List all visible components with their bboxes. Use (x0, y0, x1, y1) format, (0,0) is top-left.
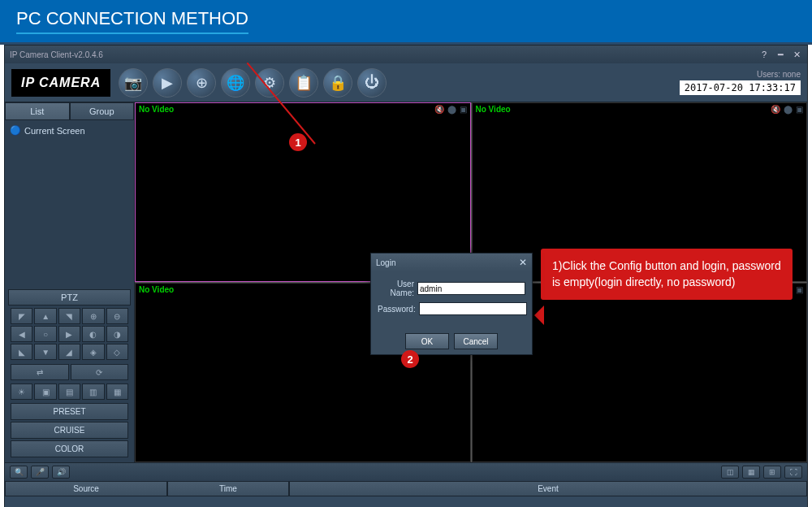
ptz-center-icon[interactable]: ○ (34, 326, 56, 342)
ptz-zoom-in-icon[interactable]: ⊕ (82, 308, 104, 324)
pane-label: No Video (476, 105, 511, 114)
sidebar: List Group 🔵 Current Screen PTZ ◤ ▲ ◥ ⊕ … (5, 102, 135, 462)
minimize-icon[interactable]: ━ (775, 49, 786, 60)
pane-label: No Video (139, 105, 174, 114)
ptz-zoom-out-icon[interactable]: ⊖ (106, 308, 128, 324)
lock-icon[interactable]: 🔒 (323, 68, 352, 98)
ptz-aux4-icon[interactable]: ▦ (106, 384, 128, 400)
ptz-aux2-icon[interactable]: ▤ (58, 384, 80, 400)
speaker-icon[interactable]: 🔊 (52, 466, 70, 479)
ptz-title: PTZ (8, 289, 131, 306)
tab-list[interactable]: List (5, 102, 70, 120)
password-label: Password: (378, 305, 416, 314)
ptz-sync-icon[interactable]: ⟳ (71, 364, 129, 380)
titlebar: IP Camera Client-v2.0.4.6 ? ━ ✕ (5, 46, 807, 63)
ptz-down-icon[interactable]: ▼ (34, 344, 56, 360)
play-icon[interactable]: ▶ (153, 68, 182, 98)
ptz-right-icon[interactable]: ▶ (58, 326, 80, 342)
fullscreen-icon[interactable]: ⛶ (784, 466, 802, 479)
users-label: Users: none (680, 70, 801, 79)
pane-label: No Video (139, 285, 174, 294)
ptz-up-icon[interactable]: ▲ (34, 308, 56, 324)
rec-icon[interactable]: ⬤ (784, 105, 793, 114)
marker-1: 1 (289, 133, 307, 151)
mute-icon[interactable]: 🔇 (771, 105, 780, 114)
ptz-swap-icon[interactable]: ⇄ (11, 364, 69, 380)
record-icon[interactable]: ⊕ (187, 68, 216, 98)
close-icon[interactable]: ✕ (791, 49, 802, 60)
ptz-aux3-icon[interactable]: ▥ (82, 384, 104, 400)
ptz-up-left-icon[interactable]: ◤ (11, 308, 32, 324)
power-icon[interactable]: ⏻ (357, 68, 387, 98)
layout2-icon[interactable]: ▦ (742, 466, 760, 479)
callout-text: 1)Click the Config button and login, pas… (552, 259, 781, 288)
col-source: Source (5, 481, 167, 496)
layout1-icon[interactable]: ◫ (721, 466, 739, 479)
bottom-panel: 🔍 🎤 🔊 ◫ ▦ ⊞ ⛶ Source Time Event (5, 462, 807, 507)
color-button[interactable]: COLOR (11, 440, 128, 457)
app-window: IP Camera Client-v2.0.4.6 ? ━ ✕ IP CAMER… (4, 45, 808, 507)
doc-banner: PC CONNECTION METHOD (0, 0, 812, 45)
username-label: User Name: (378, 280, 414, 297)
window-title: IP Camera Client-v2.0.4.6 (10, 50, 103, 59)
ptz-focus-in-icon[interactable]: ◐ (82, 326, 104, 342)
ptz-aux1-icon[interactable]: ▣ (34, 384, 56, 400)
dialog-title: Login (376, 258, 395, 267)
main-toolbar: 📷 ▶ ⊕ 🌐 ⚙ 📋 🔒 ⏻ (119, 68, 387, 98)
instruction-callout: 1)Click the Config button and login, pas… (541, 249, 793, 300)
mic-icon[interactable]: 🎤 (31, 466, 49, 479)
ptz-iris-out-icon[interactable]: ◇ (106, 344, 128, 360)
header: IP CAMERA 📷 ▶ ⊕ 🌐 ⚙ 📋 🔒 ⏻ Users: none 20… (5, 63, 807, 102)
logo: IP CAMERA (11, 69, 110, 97)
ptz-left-icon[interactable]: ◀ (11, 326, 32, 342)
search-icon[interactable]: 🔍 (10, 466, 28, 479)
mute-icon[interactable]: 🔇 (434, 105, 444, 114)
cruise-button[interactable]: CRUISE (11, 422, 128, 439)
username-input[interactable] (417, 282, 525, 295)
password-input[interactable] (419, 302, 527, 315)
preset-button[interactable]: PRESET (11, 403, 128, 420)
timestamp: 2017-07-20 17:33:17 (680, 80, 801, 95)
layout3-icon[interactable]: ⊞ (763, 466, 781, 479)
banner-title: PC CONNECTION METHOD (16, 8, 248, 34)
ptz-down-left-icon[interactable]: ◣ (11, 344, 32, 360)
ptz-iris-in-icon[interactable]: ◈ (82, 344, 104, 360)
ptz-focus-out-icon[interactable]: ◑ (106, 326, 128, 342)
log-icon[interactable]: 📋 (289, 68, 318, 98)
login-dialog: Login ✕ User Name: Password: OK Cancel (370, 253, 533, 355)
camera-icon[interactable]: 📷 (119, 68, 148, 98)
marker-2: 2 (401, 350, 419, 368)
ptz-light-icon[interactable]: ☀ (11, 384, 32, 400)
globe-icon[interactable]: 🌐 (221, 68, 250, 98)
help-icon[interactable]: ? (758, 49, 770, 60)
tree-current-screen[interactable]: 🔵 Current Screen (10, 125, 129, 136)
config-gear-icon[interactable]: ⚙ (255, 68, 284, 98)
cancel-button[interactable]: Cancel (454, 333, 498, 349)
screen-icon: 🔵 (10, 125, 21, 136)
snap-icon[interactable]: ▣ (460, 105, 467, 114)
rec-icon[interactable]: ⬤ (447, 105, 456, 114)
ptz-down-right-icon[interactable]: ◢ (58, 344, 80, 360)
ptz-up-right-icon[interactable]: ◥ (58, 308, 80, 324)
ok-button[interactable]: OK (405, 333, 449, 349)
dialog-close-icon[interactable]: ✕ (519, 257, 527, 268)
event-log: Source Time Event (5, 481, 807, 507)
tree-item-label: Current Screen (24, 126, 85, 136)
col-event: Event (289, 481, 807, 496)
tab-group[interactable]: Group (70, 102, 135, 120)
snap-icon[interactable]: ▣ (796, 105, 803, 114)
col-time: Time (167, 481, 289, 496)
snap-icon[interactable]: ▣ (796, 285, 803, 294)
